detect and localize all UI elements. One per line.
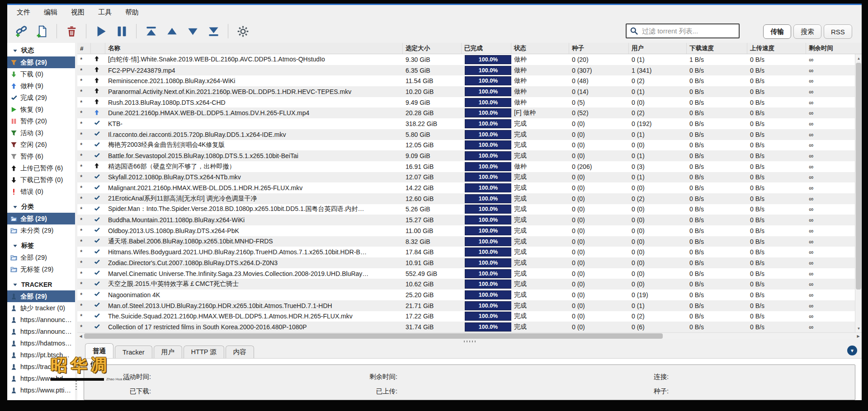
torrent-row[interactable]: *Oldboy.2013.US.1080p.BluRay.DTS.x264-Pb…	[77, 225, 855, 236]
torrent-row[interactable]: *Dune.2021.2160p.HMAX.WEB-DL.DDP5.1.Atmo…	[77, 107, 855, 118]
detail-tab-普通[interactable]: 普通	[85, 343, 113, 358]
menu-item[interactable]: 帮助	[118, 8, 146, 17]
sidebar-item[interactable]: 活动 (3)	[7, 127, 75, 139]
torrent-row[interactable]: *Malignant.2021.2160p.HMAX.WEB-DL.DD5.1.…	[77, 182, 855, 193]
torrent-row[interactable]: *天空之眼.2015.中英特效字幕￡CMCT死亡骑士10.62 GiB100.0…	[77, 279, 855, 290]
sidebar-item[interactable]: 错误 (0)	[7, 186, 75, 197]
sidebar-item[interactable]: 全部 (29)	[7, 56, 75, 68]
torrent-row[interactable]: *Man.of.Steel.2013.UHD.BluRay.2160p.HDR.…	[77, 300, 855, 311]
torrent-row[interactable]: *Paranormal.Activity.Next.of.Kin.2021.21…	[77, 86, 855, 97]
sidebar-item[interactable]: 完成 (29)	[7, 92, 75, 103]
column-header[interactable]: #	[77, 43, 91, 54]
torrent-row[interactable]: *21EroticAnal系列11部高清[无水印] 调光冷色调显干净12.60 …	[77, 193, 855, 204]
sidebar-item[interactable]: 暂停 (20)	[7, 115, 75, 127]
sidebar-item[interactable]: 下载已暂停 (0)	[7, 174, 75, 186]
torrent-row[interactable]: *精选国语66部（硬盘空间不够了，出种即撤）16.91 GiB100.0%做种0…	[77, 161, 855, 172]
torrent-row[interactable]: *Zodiac.Director's.Cut.2007.1080p.BluRay…	[77, 257, 855, 268]
horizontal-scroll-thumb[interactable]	[84, 333, 663, 339]
menu-item[interactable]: 文件	[10, 8, 37, 17]
menu-item[interactable]: 工具	[91, 8, 118, 17]
sidebar-item[interactable]: 全部 (29)	[7, 252, 75, 263]
torrent-row[interactable]: *[白蛇传·情].White.Snake.2019.WEB-DL.2160p.A…	[77, 54, 855, 65]
filter-input[interactable]	[641, 27, 736, 35]
torrent-row[interactable]: *Hitmans.Wifes.Bodyguard.2021.UHD.BluRay…	[77, 247, 855, 257]
view-tab-RSS[interactable]: RSS	[824, 24, 852, 39]
torrent-row[interactable]: *The.Suicide.Squad.2021.2160p.HMAX.WEB-D…	[77, 311, 855, 322]
sidebar-item[interactable]: 全部 (29)	[7, 290, 75, 302]
torrent-row[interactable]: *梅艳芳2003经典金曲告别演唱会4K修复版12.05 GiB100.0%完成0…	[77, 140, 855, 151]
resume-button[interactable]	[93, 23, 109, 39]
sidebar-item[interactable]: 未分类 (29)	[7, 224, 75, 236]
sidebar-item[interactable]: https://announc…	[7, 326, 75, 337]
column-header[interactable]: 种子	[569, 43, 629, 54]
sidebar-item[interactable]: 下载 (0)	[7, 68, 75, 80]
sidebar-item[interactable]: 暂停 (6)	[7, 150, 75, 162]
move-to-top-button[interactable]	[143, 23, 159, 39]
sidebar-item[interactable]: https://www.hd…	[7, 373, 75, 384]
column-header[interactable]: 下载速度	[687, 43, 747, 54]
view-tab-搜索[interactable]: 搜索	[793, 24, 821, 39]
detail-tab-HTTP 源[interactable]: HTTP 源	[184, 346, 224, 358]
torrent-row[interactable]: *KTB-318.22 GiB100.0%完成0 (0)0 (192)0 B/s…	[77, 118, 855, 129]
sidebar-item[interactable]: 全部 (29)	[7, 213, 75, 224]
torrent-row[interactable]: *Marvel.Cinematic Universe.The.Infinity.…	[77, 268, 855, 279]
column-header[interactable]	[91, 43, 105, 54]
column-header[interactable]: 用户	[629, 43, 687, 54]
detail-splitter[interactable]	[77, 339, 862, 343]
sidebar-item[interactable]: 缺少 tracker (0)	[7, 302, 75, 314]
torrent-row[interactable]: *Skyfall.2012.1080p.BluRay.DTS.x264-NTb.…	[77, 172, 855, 183]
vertical-scrollbar[interactable]: ▲ ▼	[855, 54, 862, 332]
sidebar-item[interactable]: 上传已暂停 (6)	[7, 162, 75, 174]
sidebar-item[interactable]: 做种 (9)	[7, 80, 75, 92]
torrent-row[interactable]: *Il.racconto.dei.racconti.2015.720p.BluR…	[77, 129, 855, 140]
sidebar-item[interactable]: https://announc…	[7, 314, 75, 326]
vertical-scroll-thumb[interactable]	[856, 63, 861, 290]
move-down-button[interactable]	[184, 23, 201, 39]
pause-button[interactable]	[113, 23, 130, 39]
torrent-row[interactable]: *Reminiscence.2021.1080p.BluRay.x264-WiK…	[77, 75, 855, 86]
column-header[interactable]: 名称	[105, 43, 403, 54]
torrent-row[interactable]: *Spider.Man：Into.The.Spider.Verse.2018.B…	[77, 204, 855, 215]
torrent-row[interactable]: *Battle.for.Sevastopol.2015.BluRay.1080p…	[77, 150, 855, 161]
torrent-row[interactable]: *Collection of 17 restricted films in So…	[77, 322, 855, 332]
sidebar-item[interactable]: 恢复 (9)	[7, 103, 75, 115]
torrent-row[interactable]: *Nagoonimation 4K25.20 GiB100.0%完成0 (0)0…	[77, 290, 855, 300]
column-header[interactable]: 剩余时间	[806, 43, 862, 54]
sidebar-section-header[interactable]: 状态	[7, 45, 75, 56]
horizontal-scrollbar[interactable]: ◀ ▶	[77, 332, 862, 339]
menu-item[interactable]: 编辑	[37, 8, 64, 17]
column-header[interactable]: 上传速度	[747, 43, 806, 54]
column-header[interactable]: 选定大小	[403, 43, 462, 54]
torrent-row[interactable]: *通天塔.Babel.2006.BluRay.1080p.x265.10bit.…	[77, 236, 855, 247]
options-button[interactable]	[235, 23, 251, 39]
column-header[interactable]: 已完成	[462, 43, 511, 54]
scroll-left-arrow-icon[interactable]: ◀	[77, 333, 84, 339]
scroll-up-arrow-icon[interactable]: ▲	[855, 55, 862, 62]
detail-tab-Tracker[interactable]: Tracker	[115, 346, 152, 358]
sidebar-item[interactable]: https://tracker.…	[7, 361, 75, 373]
scroll-down-arrow-icon[interactable]: ▼	[855, 325, 862, 332]
move-up-button[interactable]	[164, 23, 180, 39]
torrent-row[interactable]: *FC2-PPV-2243879.mp46.35 GiB100.0%做种0 (3…	[77, 65, 855, 76]
column-header[interactable]: 状态	[511, 43, 569, 54]
sidebar-item[interactable]: 无标签 (29)	[7, 263, 75, 275]
torrent-row[interactable]: *Rush.2013.BluRay.1080p.DTS.x264-CHD9.49…	[77, 97, 855, 108]
torrent-row[interactable]: *Buddha.Mountain.2011.1080p.BluRay.x264-…	[77, 215, 855, 225]
add-torrent-link-button[interactable]	[13, 23, 29, 39]
collapse-panel-button[interactable]: ▼	[847, 346, 857, 355]
view-tab-传输[interactable]: 传输	[763, 24, 791, 39]
menu-item[interactable]: 视图	[64, 8, 91, 17]
detail-tab-用户[interactable]: 用户	[154, 346, 182, 358]
move-to-bottom-button[interactable]	[205, 23, 222, 39]
scroll-right-arrow-icon[interactable]: ▶	[855, 333, 862, 339]
sidebar-section-header[interactable]: 标签	[7, 240, 75, 252]
sidebar-item[interactable]: 空闲 (26)	[7, 139, 75, 150]
sidebar-section-header[interactable]: 分类	[7, 201, 75, 213]
delete-button[interactable]	[63, 23, 80, 39]
sidebar-section-header[interactable]: TRACKER	[7, 279, 75, 290]
sidebar-item[interactable]: https://hdatmos…	[7, 337, 75, 349]
sidebar-item[interactable]: https://pt.btsch…	[7, 349, 75, 361]
detail-tab-内容[interactable]: 内容	[226, 346, 254, 358]
add-torrent-file-button[interactable]	[34, 23, 50, 39]
sidebar-item[interactable]: https://www.ptti…	[7, 384, 75, 396]
